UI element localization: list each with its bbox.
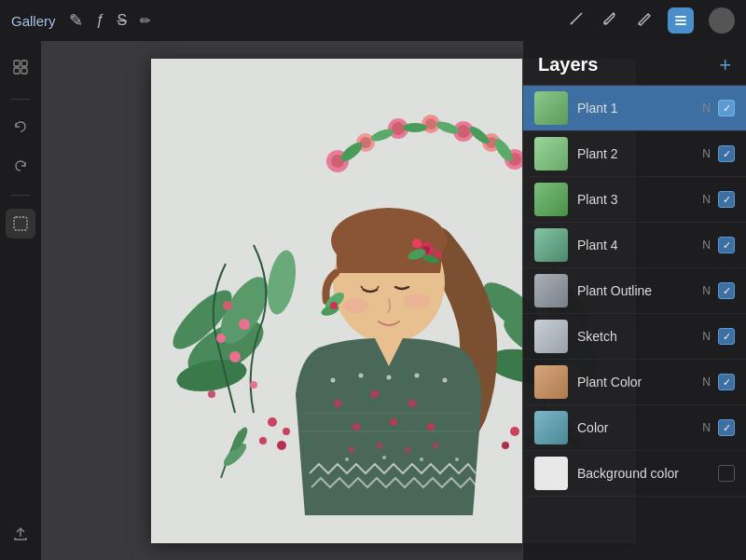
layer-blend-mode[interactable]: N xyxy=(702,421,711,434)
gallery-button[interactable]: Gallery xyxy=(11,13,56,29)
svg-point-22 xyxy=(208,390,215,398)
svg-point-71 xyxy=(412,239,421,248)
layer-visibility-checkbox[interactable] xyxy=(718,237,735,253)
eraser-icon[interactable]: ✏ xyxy=(140,13,151,28)
svg-rect-6 xyxy=(14,61,20,66)
svg-point-25 xyxy=(259,437,267,444)
layers-add-button[interactable]: + xyxy=(719,55,731,75)
sidebar-divider-1 xyxy=(11,99,30,100)
svg-point-90 xyxy=(443,377,448,382)
layer-blend-mode[interactable]: N xyxy=(702,239,711,252)
svg-point-80 xyxy=(390,418,397,426)
svg-point-78 xyxy=(408,400,416,407)
layer-item[interactable]: Plant 4N xyxy=(523,223,746,268)
layer-name: Plant Color xyxy=(577,375,702,389)
layers-header: Layers + xyxy=(523,41,746,86)
redo-icon[interactable] xyxy=(6,152,35,182)
layer-visibility-checkbox[interactable] xyxy=(718,191,735,208)
svg-rect-3 xyxy=(675,16,686,18)
svg-point-24 xyxy=(283,428,290,435)
layers-title: Layers xyxy=(538,54,599,75)
layer-name: Background color xyxy=(577,466,718,481)
svg-point-87 xyxy=(359,373,364,377)
layer-blend-mode[interactable]: N xyxy=(702,147,711,160)
svg-point-83 xyxy=(377,443,382,448)
layer-blend-mode[interactable]: N xyxy=(702,330,711,343)
layer-item[interactable]: SketchN xyxy=(523,314,746,360)
layer-visibility-checkbox[interactable] xyxy=(718,282,735,299)
layer-item[interactable]: Plant ColorN xyxy=(523,360,746,405)
sidebar-divider-2 xyxy=(11,195,30,196)
layer-blend-mode[interactable]: N xyxy=(702,284,711,297)
svg-rect-7 xyxy=(21,61,27,66)
svg-point-76 xyxy=(334,400,341,407)
layer-blend-mode[interactable]: N xyxy=(702,193,711,206)
layer-visibility-checkbox[interactable] xyxy=(718,465,735,482)
svg-point-84 xyxy=(405,447,410,453)
adjust-icon[interactable]: ƒ xyxy=(96,12,104,29)
svg-point-89 xyxy=(415,373,420,377)
modifications-icon[interactable] xyxy=(6,52,35,82)
svg-rect-9 xyxy=(21,68,27,74)
toolbar-left: Gallery ✎ ƒ S ✏ xyxy=(11,10,151,31)
layer-name: Plant 2 xyxy=(577,146,702,161)
layer-visibility-checkbox[interactable] xyxy=(718,419,735,436)
pen-tool-icon[interactable] xyxy=(567,9,586,33)
layer-thumbnail xyxy=(534,320,568,353)
layers-panel: Layers + Plant 1NPlant 2NPlant 3NPlant 4… xyxy=(522,41,746,560)
export-icon[interactable] xyxy=(6,519,35,549)
layer-thumbnail xyxy=(534,137,568,171)
layer-thumbnail xyxy=(534,91,568,125)
svg-point-26 xyxy=(277,441,286,450)
layer-item[interactable]: ColorN xyxy=(523,405,746,451)
layer-thumbnail xyxy=(534,457,568,490)
layer-visibility-checkbox[interactable] xyxy=(718,328,735,345)
layer-name: Plant 1 xyxy=(577,101,702,116)
layer-item[interactable]: Plant 3N xyxy=(523,177,746,223)
svg-point-56 xyxy=(403,123,427,132)
layer-visibility-checkbox[interactable] xyxy=(718,145,735,162)
layer-blend-mode[interactable]: N xyxy=(702,376,711,389)
svg-point-81 xyxy=(427,423,435,430)
layer-blend-mode[interactable]: N xyxy=(702,102,711,115)
selection-tool-icon[interactable] xyxy=(6,209,35,239)
layer-name: Plant Outline xyxy=(577,283,702,298)
layer-item[interactable]: Plant 2N xyxy=(523,131,746,177)
svg-point-79 xyxy=(352,423,360,430)
layer-thumbnail xyxy=(534,274,568,307)
modify-icon[interactable]: ✎ xyxy=(69,10,83,31)
svg-point-2 xyxy=(603,21,607,25)
layer-name: Sketch xyxy=(577,329,702,344)
svg-rect-4 xyxy=(675,20,686,21)
layer-item[interactable]: Background color xyxy=(523,451,746,497)
layer-thumbnail xyxy=(534,183,568,216)
layer-visibility-checkbox[interactable] xyxy=(718,374,735,390)
svg-point-75 xyxy=(330,302,338,309)
svg-point-39 xyxy=(502,442,509,449)
svg-point-20 xyxy=(223,301,232,310)
svg-point-23 xyxy=(268,417,277,427)
toolbar-right xyxy=(567,7,735,34)
svg-point-94 xyxy=(455,458,459,461)
svg-point-82 xyxy=(349,447,354,453)
layers-button[interactable] xyxy=(668,7,694,34)
undo-icon[interactable] xyxy=(6,113,35,143)
svg-point-21 xyxy=(250,381,257,389)
layer-name: Color xyxy=(577,420,702,435)
layer-thumbnail xyxy=(534,228,568,262)
layer-name: Plant 4 xyxy=(577,238,702,253)
avatar[interactable] xyxy=(709,7,735,34)
svg-point-66 xyxy=(404,294,430,308)
layer-visibility-checkbox[interactable] xyxy=(718,100,735,116)
left-sidebar xyxy=(0,41,41,560)
layer-thumbnail xyxy=(534,411,568,444)
svg-point-93 xyxy=(420,458,423,461)
svg-point-72 xyxy=(435,251,442,258)
brush-tool-icon[interactable] xyxy=(601,9,619,33)
layer-item[interactable]: Plant 1N xyxy=(523,86,746,131)
layer-name: Plant 3 xyxy=(577,192,702,207)
layer-item[interactable]: Plant OutlineN xyxy=(523,268,746,314)
smudge-icon[interactable]: S xyxy=(117,12,127,29)
svg-point-91 xyxy=(345,458,349,461)
pencil-tool-icon[interactable] xyxy=(634,9,653,33)
